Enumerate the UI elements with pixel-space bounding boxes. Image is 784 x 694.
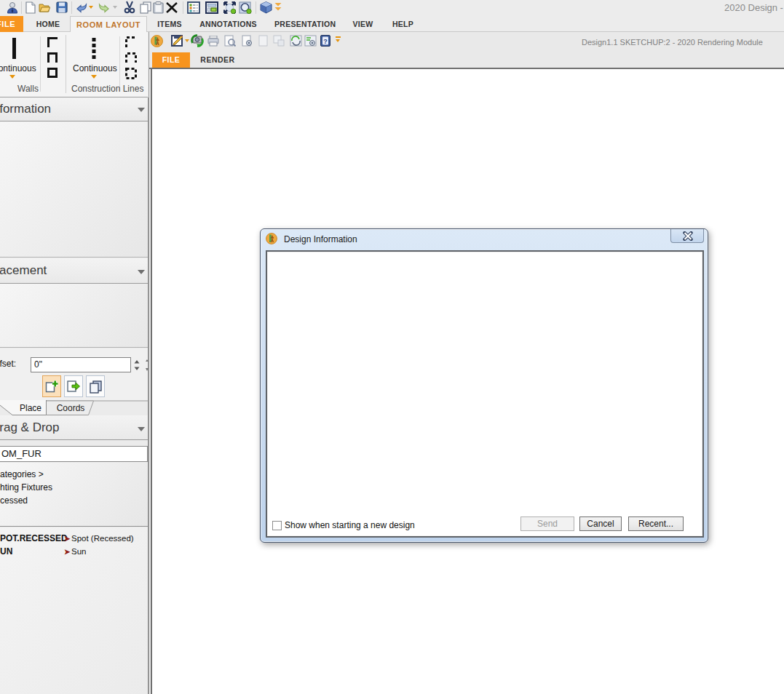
- svg-text:?: ?: [323, 38, 328, 45]
- svg-text:Place: Place: [20, 403, 41, 413]
- svg-text:Coords: Coords: [57, 403, 85, 413]
